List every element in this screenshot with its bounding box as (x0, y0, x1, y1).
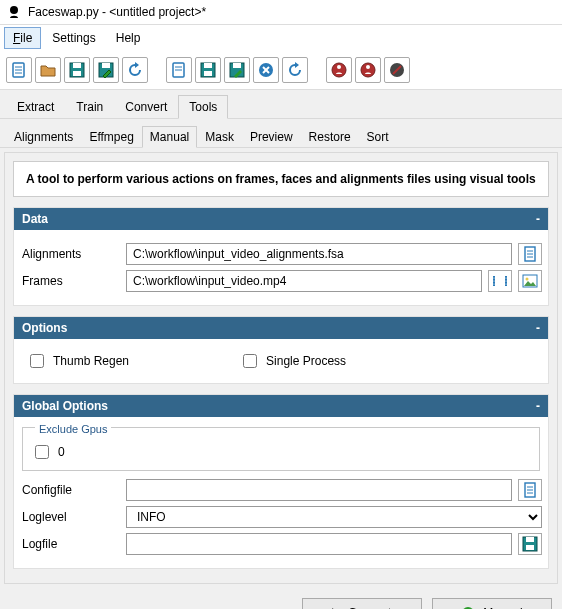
gpu0-checkbox[interactable]: 0 (31, 442, 531, 462)
toolbar (0, 51, 562, 90)
tool-new[interactable] (6, 57, 32, 83)
section-options-header[interactable]: Options - (14, 317, 548, 339)
exclude-gpus-fieldset: Exclude Gpus 0 (22, 427, 540, 471)
exclude-gpus-legend: Exclude Gpus (35, 423, 111, 435)
tool-status-disabled[interactable] (384, 57, 410, 83)
svg-point-37 (493, 283, 494, 284)
svg-rect-32 (495, 276, 505, 286)
configfile-browse-button[interactable] (518, 479, 542, 501)
svg-rect-48 (526, 537, 534, 542)
svg-rect-9 (102, 63, 110, 68)
svg-rect-17 (233, 63, 241, 68)
section-data-header[interactable]: Data - (14, 208, 548, 230)
svg-point-42 (526, 278, 529, 281)
menu-help[interactable]: Help (107, 27, 150, 49)
single-process-input[interactable] (243, 354, 257, 368)
alignments-browse-button[interactable] (518, 243, 542, 265)
file-icon (522, 482, 538, 498)
gpu0-input[interactable] (35, 445, 49, 459)
single-process-checkbox[interactable]: Single Process (239, 351, 346, 371)
titlebar: Faceswap.py - <untitled project>* (0, 0, 562, 25)
menubar: File Settings Help (0, 25, 562, 51)
window-title: Faceswap.py - <untitled project>* (28, 5, 206, 19)
tab-convert[interactable]: Convert (114, 95, 178, 119)
thumb-regen-label: Thumb Regen (53, 354, 129, 368)
thumb-regen-checkbox[interactable]: Thumb Regen (26, 351, 129, 371)
loglevel-label: Loglevel (20, 510, 120, 524)
frames-label: Frames (20, 274, 120, 288)
subtab-restore[interactable]: Restore (301, 126, 359, 148)
svg-rect-15 (204, 71, 212, 76)
logfile-label: Logfile (20, 537, 120, 551)
logfile-input[interactable] (126, 533, 512, 555)
tab-train[interactable]: Train (65, 95, 114, 119)
tool-description: A tool to perform various actions on fra… (13, 161, 549, 197)
tool-clear[interactable] (253, 57, 279, 83)
sub-tabbar: Alignments Effmpeg Manual Mask Preview R… (0, 119, 562, 148)
collapse-icon: - (536, 212, 540, 226)
section-data: Data - Alignments Frames (13, 207, 549, 306)
logfile-save-button[interactable] (518, 533, 542, 555)
frames-input[interactable] (126, 270, 482, 292)
svg-point-40 (505, 283, 506, 284)
svg-point-22 (337, 65, 341, 69)
frames-video-button[interactable] (488, 270, 512, 292)
video-icon (492, 273, 508, 289)
svg-point-0 (10, 6, 18, 14)
tool-save2[interactable] (195, 57, 221, 83)
section-global-header[interactable]: Global Options - (14, 395, 548, 417)
alignments-label: Alignments (20, 247, 120, 261)
file-icon (522, 246, 538, 262)
loglevel-select[interactable]: INFO (126, 506, 542, 528)
svg-rect-7 (73, 71, 81, 76)
subtab-mask[interactable]: Mask (197, 126, 242, 148)
tool-new2[interactable] (166, 57, 192, 83)
main-tabbar: Extract Train Convert Tools (0, 90, 562, 119)
section-options: Options - Thumb Regen Single Process (13, 316, 549, 384)
section-global-title: Global Options (22, 399, 108, 413)
tool-open[interactable] (35, 57, 61, 83)
tool-status-red2[interactable] (355, 57, 381, 83)
subtab-alignments[interactable]: Alignments (6, 126, 81, 148)
collapse-icon: - (536, 399, 540, 413)
subtab-sort[interactable]: Sort (359, 126, 397, 148)
section-data-title: Data (22, 212, 48, 226)
alignments-input[interactable] (126, 243, 512, 265)
frames-image-button[interactable] (518, 270, 542, 292)
svg-point-38 (505, 277, 506, 278)
svg-point-35 (493, 277, 494, 278)
tool-saveas[interactable] (93, 57, 119, 83)
subtab-preview[interactable]: Preview (242, 126, 301, 148)
svg-point-24 (366, 65, 370, 69)
save-icon (522, 536, 538, 552)
configfile-input[interactable] (126, 479, 512, 501)
section-options-title: Options (22, 321, 67, 335)
thumb-regen-input[interactable] (30, 354, 44, 368)
tool-status-red[interactable] (326, 57, 352, 83)
gpu0-label: 0 (58, 445, 65, 459)
footer-actions: Generate Manual (0, 588, 562, 609)
generate-button[interactable]: Generate (302, 598, 422, 609)
tool-reload2[interactable] (282, 57, 308, 83)
configfile-label: Configfile (20, 483, 120, 497)
svg-point-36 (493, 280, 494, 281)
single-process-label: Single Process (266, 354, 346, 368)
subtab-effmpeg[interactable]: Effmpeg (81, 126, 141, 148)
svg-rect-14 (204, 63, 212, 68)
section-global: Global Options - Exclude Gpus 0 Configfi… (13, 394, 549, 569)
tool-saveas2[interactable] (224, 57, 250, 83)
svg-rect-49 (526, 545, 534, 550)
tool-reload[interactable] (122, 57, 148, 83)
content-pane: A tool to perform various actions on fra… (4, 152, 558, 584)
app-icon (6, 4, 22, 20)
tab-extract[interactable]: Extract (6, 95, 65, 119)
menu-settings[interactable]: Settings (43, 27, 104, 49)
svg-point-39 (505, 280, 506, 281)
tab-tools[interactable]: Tools (178, 95, 228, 119)
menu-file[interactable]: File (4, 27, 41, 49)
svg-rect-6 (73, 63, 81, 68)
manual-button[interactable]: Manual (432, 598, 552, 609)
subtab-manual[interactable]: Manual (142, 126, 197, 148)
tool-save[interactable] (64, 57, 90, 83)
image-icon (522, 273, 538, 289)
